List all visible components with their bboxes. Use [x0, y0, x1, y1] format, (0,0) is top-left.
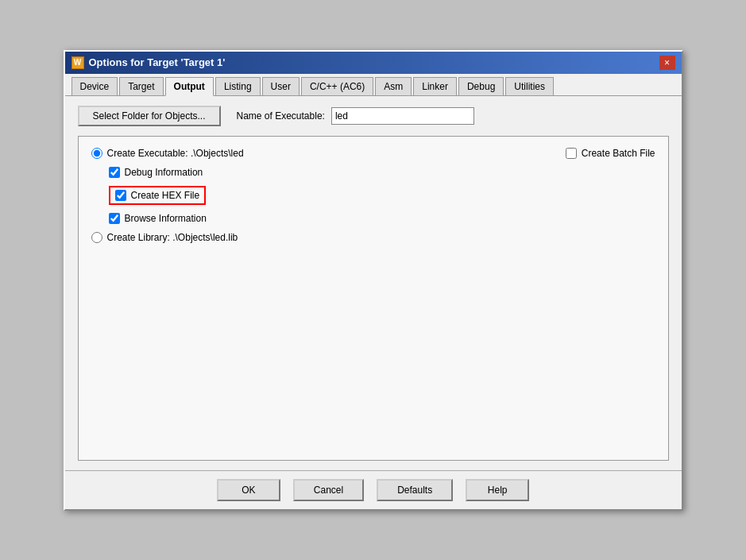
browse-info-row: Browse Information: [109, 213, 655, 224]
select-folder-button[interactable]: Select Folder for Objects...: [78, 106, 221, 126]
hex-file-row: Create HEX File: [109, 186, 207, 205]
browse-info-label: Browse Information: [125, 213, 207, 224]
create-batch-row: Create Batch File: [566, 148, 655, 159]
tab-output[interactable]: Output: [165, 77, 214, 96]
executable-input[interactable]: [331, 107, 474, 125]
cancel-button[interactable]: Cancel: [293, 479, 364, 501]
tab-cpp[interactable]: C/C++ (AC6): [301, 77, 373, 95]
tab-asm[interactable]: Asm: [375, 77, 412, 95]
debug-info-label: Debug Information: [125, 167, 203, 178]
create-batch-label: Create Batch File: [582, 148, 655, 159]
options-box: Create Batch File Create Executable: .\O…: [78, 136, 669, 461]
defaults-button[interactable]: Defaults: [377, 479, 453, 501]
main-dialog: W Options for Target 'Target 1' × Device…: [64, 50, 683, 511]
create-library-radio[interactable]: [91, 232, 102, 243]
top-row: Select Folder for Objects... Name of Exe…: [78, 106, 669, 126]
tab-linker[interactable]: Linker: [413, 77, 457, 95]
dialog-title: Options for Target 'Target 1': [89, 56, 226, 68]
tab-listing[interactable]: Listing: [215, 77, 261, 95]
executable-label: Name of Executable:: [237, 110, 325, 122]
create-hex-checkbox[interactable]: [115, 190, 126, 201]
tab-user[interactable]: User: [262, 77, 300, 95]
dialog-body: Select Folder for Objects... Name of Exe…: [65, 96, 682, 470]
create-batch-checkbox[interactable]: [566, 148, 577, 159]
app-icon: W: [72, 56, 84, 69]
debug-info-row: Debug Information: [109, 167, 655, 178]
create-executable-label: Create Executable: .\Objects\led: [107, 148, 244, 159]
executable-row: Name of Executable:: [237, 107, 474, 125]
title-bar: W Options for Target 'Target 1' ×: [65, 52, 682, 74]
hex-file-container: Create HEX File: [109, 186, 655, 205]
close-button[interactable]: ×: [659, 56, 675, 70]
bottom-bar: OK Cancel Defaults Help: [65, 470, 682, 509]
tab-debug[interactable]: Debug: [458, 77, 504, 95]
debug-info-checkbox[interactable]: [109, 167, 120, 178]
tab-bar: Device Target Output Listing User C/C++ …: [65, 74, 682, 96]
create-hex-label: Create HEX File: [131, 190, 200, 201]
ok-button[interactable]: OK: [217, 479, 280, 501]
help-button[interactable]: Help: [466, 479, 529, 501]
create-library-label: Create Library: .\Objects\led.lib: [107, 232, 238, 243]
tab-target[interactable]: Target: [119, 77, 163, 95]
title-bar-left: W Options for Target 'Target 1': [72, 56, 226, 69]
browse-info-checkbox[interactable]: [109, 213, 120, 224]
tab-device[interactable]: Device: [72, 77, 118, 95]
create-library-row: Create Library: .\Objects\led.lib: [91, 232, 655, 243]
create-executable-radio[interactable]: [91, 148, 102, 159]
tab-utilities[interactable]: Utilities: [505, 77, 554, 95]
